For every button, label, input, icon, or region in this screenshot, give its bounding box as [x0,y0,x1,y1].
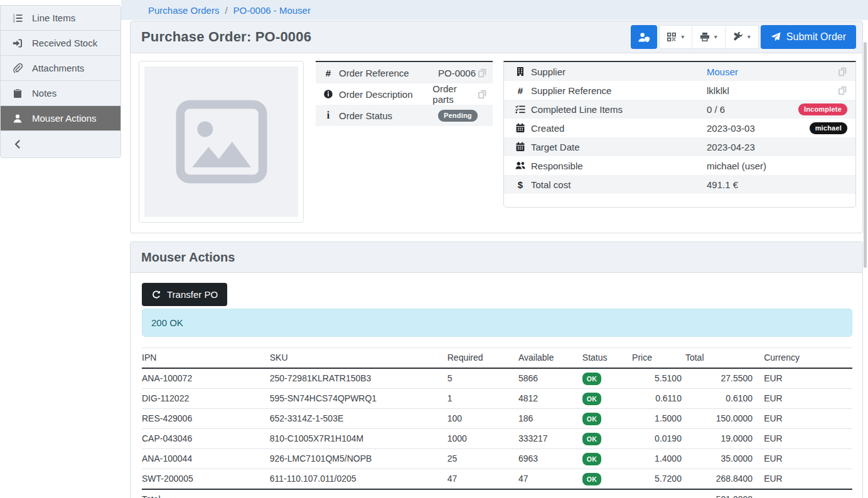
breadcrumb: Purchase Orders/PO-0006 - Mouser [121,0,868,20]
cell-price: 1.4000 [632,449,685,469]
detail-value: michael (user) [707,161,766,171]
sidebar-item-notes[interactable]: Notes [1,81,121,106]
caret-down-icon: ▾ [681,34,684,40]
cell-sku: 652-3314Z-1-503E [270,409,447,429]
cell-available: 333217 [518,429,582,449]
detail-label: Order Description [339,89,432,100]
action-button-group: ▾▾▾ [659,25,759,49]
cell-required: 100 [447,409,518,429]
cell-available: 4812 [518,389,582,409]
detail-row-responsible: Responsiblemichael (user) [504,156,855,175]
detail-row-supplier-reference: #Supplier Referencelklklkl [504,81,855,100]
cell-available: 47 [518,469,582,490]
submit-order-button[interactable]: Submit Order [761,25,856,49]
copy-icon[interactable] [838,86,847,95]
cell-currency: EUR [756,429,852,449]
mouser-actions-card-header: Mouser Actions [131,242,862,273]
table-row-cap-043046: CAP-043046810-C1005X7R1H104M1000333217OK… [142,429,852,449]
cell-sku: 611-110.107.011/0205 [270,469,447,490]
detail-row-created: Created2023-03-03michael [504,119,855,137]
sign-in-icon [10,38,25,48]
header-actions: ▾▾▾ Submit Order [631,25,856,49]
copy-icon[interactable] [838,67,847,77]
scrollbar-thumb[interactable] [864,42,867,268]
calendar-icon [513,123,528,133]
part-image-card[interactable] [139,61,304,223]
admin-button[interactable] [631,25,657,49]
cell-price: 5.7200 [632,469,685,490]
sidebar-collapse-button[interactable] [1,131,121,157]
cell-status: OK [582,449,632,469]
order-actions-button[interactable]: ▾ [726,25,759,49]
copy-icon[interactable] [478,68,487,78]
cell-total: 19.0000 [685,429,756,449]
detail-label: Responsible [531,161,707,171]
users-icon [513,161,528,171]
clipboard-icon [10,88,25,98]
hash-icon: # [513,86,528,95]
chevron-left-icon [10,139,25,149]
sidebar-item-attachments[interactable]: Attachments [1,56,121,81]
cell-ipn: ANA-100044 [142,449,270,469]
detail-label: Supplier [531,66,707,77]
breadcrumb-link-po-0006-mouser[interactable]: PO-0006 - Mouser [233,5,311,16]
mouser-actions-body: Transfer PO 200 OK IPNSKURequiredAvailab… [131,273,862,498]
sidebar-item-label: Notes [32,88,56,98]
pricing-table-header-row: IPNSKURequiredAvailableStatusPriceTotalC… [142,348,852,369]
supplier-details-table: SupplierMouser#Supplier Referencelklklkl… [504,62,855,194]
hash-icon: # [321,68,336,78]
cell-status: OK [582,368,632,389]
cell-price: 0.0190 [632,429,685,449]
breadcrumb-separator: / [225,5,227,16]
user-icon [10,114,25,124]
column-header-total: Total [685,348,756,369]
sidebar-item-line-items[interactable]: 123Line Items [1,6,121,31]
user-shield-icon [638,32,650,43]
cell-total: 0.6100 [685,389,756,409]
column-header-status: Status [582,348,632,369]
copy-icon[interactable] [478,90,487,99]
detail-value: 2023-04-23 [707,142,755,152]
dollar-icon: $ [513,180,528,189]
paperclip-icon [10,63,25,73]
detail-row-order-reference: #Order ReferencePO-0006 [316,62,493,83]
cell-status: OK [582,429,632,449]
ok-status-badge: OK [582,393,601,405]
info-circle-icon [321,89,336,99]
cell-ipn: RES-429006 [142,409,270,429]
sidebar-item-label: Mouser Actions [32,113,97,124]
sidebar-item-mouser-actions[interactable]: Mouser Actions [1,106,121,131]
pricing-table-footer-row: Total501.0000 [142,489,852,498]
ok-status-badge: OK [582,413,601,425]
status-alert: 200 OK [142,309,852,337]
printer-icon [700,32,710,42]
sidebar-item-label: Received Stock [32,38,97,48]
pricing-table-body: ANA-100072250-72981KLRATR150B355866OK5.5… [142,368,852,489]
table-row-ana-100072: ANA-100072250-72981KLRATR150B355866OK5.5… [142,368,852,389]
detail-value: 0 / 6 [707,104,725,115]
transfer-po-button[interactable]: Transfer PO [142,283,227,306]
sidebar-item-received-stock[interactable]: Received Stock [1,31,121,56]
purchase-order-card-header: Purchase Order: PO-0006 ▾▾▾ Submit Order [131,21,862,53]
badge-michael: michael [810,122,847,134]
caret-down-icon: ▾ [747,34,751,40]
detail-label: Total cost [531,179,707,190]
status-badge: Pending [438,110,478,122]
detail-row-total-cost: $Total cost491.1 € [504,175,855,194]
column-header-currency: Currency [756,348,852,369]
order-details-table: #Order ReferencePO-0006Order Description… [316,61,493,126]
table-row-swt-200005: SWT-200005611-110.107.011/02054747OK5.72… [142,469,852,490]
cell-currency: EUR [756,368,852,389]
detail-value-link[interactable]: Mouser [707,66,738,77]
grand-total-value: 501.0000 [685,489,756,498]
barcode-actions-button[interactable]: ▾ [659,25,692,49]
breadcrumb-link-purchase-orders[interactable]: Purchase Orders [148,5,219,16]
panel-title: Mouser Actions [141,250,235,265]
print-actions-button[interactable]: ▾ [692,25,726,49]
column-header-required: Required [447,348,518,369]
column-header-ipn: IPN [142,348,270,369]
detail-value: 491.1 € [707,179,738,190]
cell-currency: EUR [756,389,852,409]
sidebar: 123Line ItemsReceived StockAttachmentsNo… [0,5,121,158]
caret-down-icon: ▾ [714,34,717,40]
